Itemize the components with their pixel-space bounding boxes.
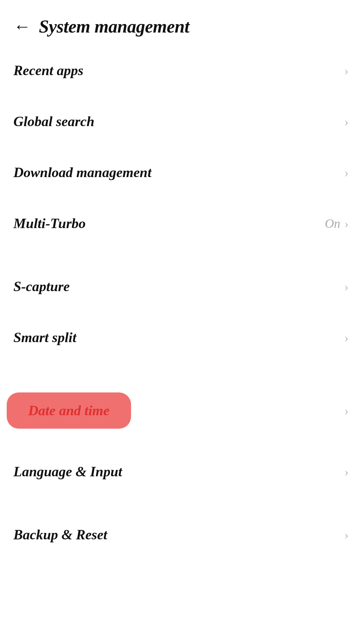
back-button[interactable]: ← bbox=[13, 18, 31, 35]
menu-item-label: Download management bbox=[13, 164, 152, 180]
menu-item-right: › bbox=[344, 114, 349, 129]
menu-item-recent-apps[interactable]: Recent apps › bbox=[0, 49, 362, 92]
separator bbox=[0, 442, 362, 450]
menu-item-label: S-capture bbox=[13, 278, 70, 294]
chevron-icon: › bbox=[344, 279, 349, 294]
chevron-icon: › bbox=[344, 63, 349, 78]
menu-item-value: On bbox=[325, 216, 340, 231]
menu-item-label: Language & Input bbox=[13, 464, 122, 480]
separator-large bbox=[0, 245, 362, 265]
menu-item-right: › bbox=[344, 464, 349, 479]
separator bbox=[0, 308, 362, 316]
menu-item-date-and-time[interactable]: Date and time › bbox=[0, 379, 362, 442]
menu-item-download-management[interactable]: Download management › bbox=[0, 151, 362, 194]
chevron-icon: › bbox=[344, 527, 349, 542]
menu-item-label: Backup & Reset bbox=[13, 527, 107, 543]
menu-item-smart-split[interactable]: Smart split › bbox=[0, 316, 362, 359]
menu-item-backup-reset[interactable]: Backup & Reset › bbox=[0, 513, 362, 556]
menu-item-label: Smart split bbox=[13, 329, 76, 345]
menu-item-right: › bbox=[344, 330, 349, 345]
menu-item-label: Global search bbox=[13, 113, 95, 129]
chevron-icon: › bbox=[344, 464, 349, 479]
menu-item-right: › bbox=[344, 527, 349, 542]
chevron-icon: › bbox=[344, 403, 349, 418]
chevron-icon: › bbox=[344, 165, 349, 180]
menu-item-multi-turbo[interactable]: Multi-Turbo On › bbox=[0, 202, 362, 245]
chevron-icon: › bbox=[344, 216, 349, 231]
menu-item-right: On › bbox=[325, 216, 349, 231]
menu-list: Recent apps › Global search › Download m… bbox=[0, 49, 362, 556]
menu-item-language-input[interactable]: Language & Input › bbox=[0, 450, 362, 493]
separator-large bbox=[0, 493, 362, 513]
header: ← System management bbox=[0, 0, 362, 49]
menu-item-label: Recent apps bbox=[13, 62, 83, 78]
chevron-icon: › bbox=[344, 330, 349, 345]
menu-item-label: Multi-Turbo bbox=[13, 215, 86, 231]
menu-item-right: › bbox=[344, 403, 349, 418]
menu-item-right: › bbox=[344, 165, 349, 180]
app-container: ← System management Recent apps › Global… bbox=[0, 0, 362, 556]
menu-item-s-capture[interactable]: S-capture › bbox=[0, 265, 362, 308]
menu-item-label: Date and time bbox=[28, 403, 110, 418]
highlight-background: Date and time bbox=[7, 392, 131, 429]
menu-item-right: › bbox=[344, 63, 349, 78]
chevron-icon: › bbox=[344, 114, 349, 129]
separator bbox=[0, 92, 362, 100]
page-title: System management bbox=[39, 16, 189, 37]
menu-item-right: › bbox=[344, 279, 349, 294]
menu-item-global-search[interactable]: Global search › bbox=[0, 100, 362, 143]
separator bbox=[0, 194, 362, 202]
separator bbox=[0, 143, 362, 151]
separator-large bbox=[0, 359, 362, 379]
